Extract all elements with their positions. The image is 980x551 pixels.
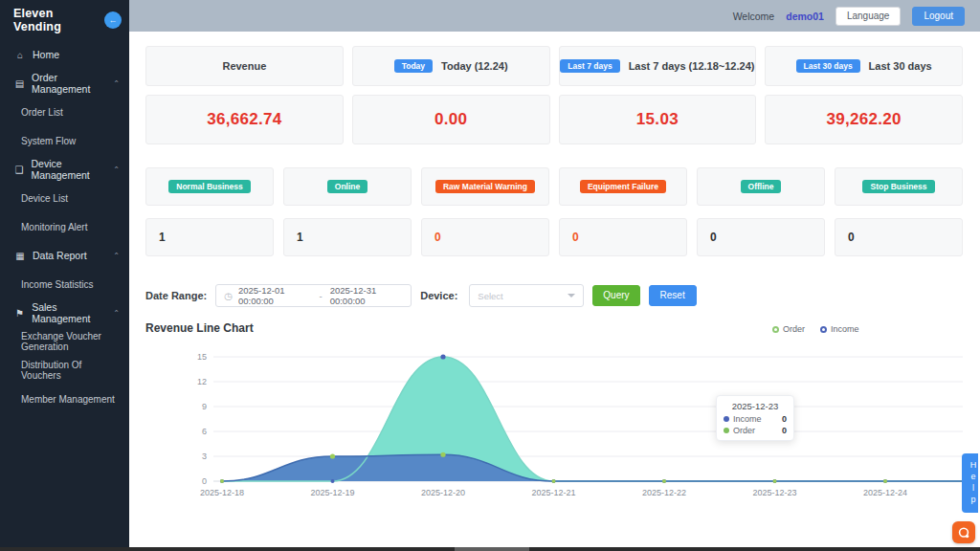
revenue-card-header: Revenue: [145, 46, 344, 86]
collapse-sidebar-toggle[interactable]: ←: [104, 11, 122, 29]
status-badge: Online: [327, 180, 368, 194]
revenue-card-headers: Revenue Today Today (12.24) Last 7 days …: [145, 46, 963, 86]
sidebar-item-home[interactable]: ⌂ Home: [0, 40, 129, 69]
sidebar-item-device-list[interactable]: Device List: [0, 184, 129, 212]
status-card-header: Offline: [697, 167, 825, 206]
today-value: 0.00: [352, 95, 550, 144]
language-button[interactable]: Language: [835, 7, 902, 26]
tooltip-label: Income: [733, 414, 762, 424]
top-bar: Welcome demo01 Language Logout: [129, 0, 980, 32]
chart-canvas[interactable]: 036912152025-12-182025-12-192025-12-2020…: [144, 340, 967, 510]
sidebar-item-data-report[interactable]: ▦ Data Report ⌃: [0, 241, 129, 270]
sidebar-item-member-management[interactable]: Member Management: [0, 385, 129, 413]
sidebar-item-label: Exchange Voucher Generation: [21, 331, 120, 352]
sidebar-item-label: Distribution Of Vouchers: [21, 360, 120, 381]
reset-button[interactable]: Reset: [649, 285, 697, 306]
report-icon: ▦: [13, 251, 27, 261]
home-icon: ⌂: [13, 50, 27, 60]
sidebar-item-sales-management[interactable]: ⚑ Sales Management ⌃: [0, 298, 129, 327]
revenue-total-value: 36,662.74: [145, 95, 344, 144]
svg-text:2025-12-21: 2025-12-21: [531, 488, 575, 497]
sidebar-item-label: Income Statistics: [21, 279, 94, 290]
sidebar-item-system-flow[interactable]: System Flow: [0, 126, 129, 155]
last-30-days-value: 39,262.20: [765, 95, 963, 144]
order-dot-icon: [724, 428, 729, 433]
status-badge: Stop Business: [862, 180, 934, 194]
legend-item-order[interactable]: Order: [772, 324, 805, 334]
sidebar-item-income-statistics[interactable]: Income Statistics: [0, 270, 129, 298]
legend-label: Income: [831, 324, 859, 334]
sidebar-item-label: Data Report: [33, 250, 87, 261]
sidebar-item-label: Order Management: [32, 72, 113, 95]
status-card-values: 1 1 0 0 0 0: [145, 218, 963, 256]
device-select-placeholder: Select: [478, 291, 502, 301]
chart-legend: Order Income: [772, 324, 859, 334]
app-window: Eleven Vending ← ⌂ Home ▤ Order Manageme…: [0, 0, 980, 551]
status-card-header: Equipment Failure: [559, 167, 687, 206]
status-value: 0: [421, 218, 549, 256]
logout-button[interactable]: Logout: [912, 7, 965, 26]
username-link[interactable]: demo01: [786, 11, 824, 22]
sidebar-item-label: Device List: [21, 193, 68, 204]
bookmark-icon: ⚑: [13, 308, 26, 319]
status-card-header: Normal Business: [145, 167, 274, 206]
sidebar-item-order-list[interactable]: Order List: [0, 98, 129, 126]
today-card-header: Today Today (12.24): [352, 46, 550, 86]
filter-bar: Date Range: ◷ 2025-12-01 00:00:00 - 2025…: [145, 283, 697, 308]
device-icon: ❑: [13, 165, 25, 175]
svg-text:0: 0: [202, 476, 207, 486]
chart-title: Revenue Line Chart: [145, 321, 254, 335]
svg-text:2025-12-24: 2025-12-24: [863, 488, 907, 497]
date-range-label: Date Range:: [145, 290, 207, 301]
status-badge: Equipment Failure: [580, 180, 666, 194]
svg-text:2025-12-18: 2025-12-18: [200, 488, 244, 497]
sidebar-item-label: System Flow: [21, 136, 76, 146]
tooltip-row-income: Income 0: [724, 414, 787, 424]
sidebar-item-monitoring-alert[interactable]: Monitoring Alert: [0, 212, 129, 241]
tooltip-value: 0: [782, 414, 787, 424]
svg-text:3: 3: [202, 452, 207, 461]
help-tab[interactable]: Help: [962, 453, 978, 513]
date-start-value[interactable]: 2025-12-01 00:00:00: [238, 285, 312, 306]
tooltip-value: 0: [782, 426, 787, 435]
last-7-days-card-header: Last 7 days Last 7 days (12.18~12.24): [559, 46, 757, 86]
device-select[interactable]: Select: [469, 284, 584, 307]
date-range-input[interactable]: ◷ 2025-12-01 00:00:00 - 2025-12-31 00:00…: [215, 284, 412, 307]
svg-text:2025-12-23: 2025-12-23: [752, 488, 796, 497]
legend-label: Order: [783, 324, 805, 334]
svg-text:2025-12-22: 2025-12-22: [642, 488, 686, 497]
status-card-header: Raw Material Warning: [421, 167, 549, 206]
last-30-days-card-header: Last 30 days Last 30 days: [765, 46, 963, 86]
legend-item-income[interactable]: Income: [820, 324, 859, 334]
sidebar-item-distribution-of-vouchers[interactable]: Distribution Of Vouchers: [0, 356, 129, 385]
status-value: 0: [697, 218, 825, 256]
revenue-card-values: 36,662.74 0.00 15.03 39,262.20: [145, 95, 963, 144]
income-legend-marker: [820, 326, 827, 333]
status-value: 0: [559, 218, 687, 256]
svg-text:6: 6: [202, 427, 207, 436]
sidebar-item-label: Order List: [21, 107, 63, 118]
chevron-down-icon: [568, 294, 575, 298]
order-legend-marker: [772, 326, 779, 333]
status-badge: Offline: [741, 180, 782, 194]
query-button[interactable]: Query: [592, 285, 639, 306]
device-label: Device:: [420, 290, 457, 301]
chevron-up-icon: ⌃: [113, 165, 120, 174]
revenue-line-chart[interactable]: 036912152025-12-182025-12-192025-12-2020…: [144, 340, 967, 510]
service-button[interactable]: [952, 521, 975, 543]
last-7-days-badge: Last 7 days: [560, 59, 619, 74]
last-30-days-badge: Last 30 days: [796, 59, 860, 74]
horizontal-scrollbar-thumb[interactable]: [455, 547, 529, 551]
date-separator: -: [319, 291, 322, 301]
tooltip-label: Order: [733, 426, 755, 435]
app-logo: Eleven Vending: [13, 7, 104, 33]
today-badge: Today: [394, 59, 433, 74]
status-value: 0: [835, 218, 963, 256]
welcome-text: Welcome: [733, 11, 775, 22]
sidebar-item-label: Member Management: [21, 394, 115, 405]
date-end-value[interactable]: 2025-12-31 00:00:00: [330, 285, 404, 306]
sidebar-item-device-management[interactable]: ❑ Device Management ⌃: [0, 155, 129, 184]
svg-text:15: 15: [197, 352, 207, 362]
sidebar-item-exchange-voucher-generation[interactable]: Exchange Voucher Generation: [0, 327, 129, 356]
sidebar-item-order-management[interactable]: ▤ Order Management ⌃: [0, 69, 129, 98]
